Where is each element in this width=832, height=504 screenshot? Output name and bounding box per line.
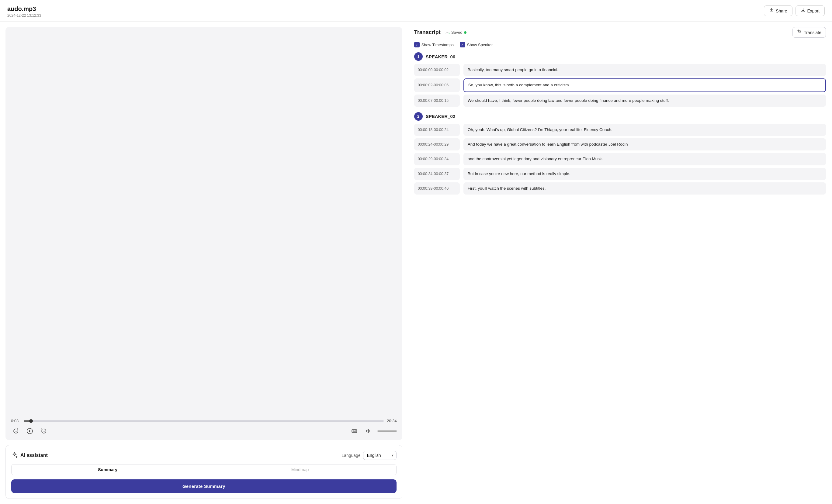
volume-slider[interactable] [378,430,397,432]
show-timestamps-option[interactable]: ✓ Show Timestamps [414,42,454,47]
audio-progress-bar[interactable] [24,420,384,422]
transcript-title: Transcript [414,29,441,35]
timestamps-checkbox[interactable]: ✓ [414,42,420,47]
timestamp-cell: 00:00:07-00:00:15 [414,95,460,107]
transcript-header: Transcript Saved Translat [414,27,826,38]
speaker-section-2: 2 SPEAKER_02 00:00:18-00:00:24 Oh, yeah.… [414,112,826,194]
speaker-name-1: SPEAKER_06 [426,54,456,59]
forward-15-button[interactable]: 15 [39,426,49,436]
speaker-checkbox[interactable]: ✓ [460,42,465,47]
tab-mindmap[interactable]: Mindmap [204,465,396,475]
generate-summary-button[interactable]: Generate Summary [11,479,396,493]
timestamp-cell: 00:00:29-00:00:34 [414,153,460,165]
timestamp-cell: 00:00:24-00:00:29 [414,138,460,151]
speaker-section-1: 1 SPEAKER_06 00:00:00-00:00:02 Basically… [414,52,826,107]
ai-title-row: AI assistant [11,452,48,459]
ai-language-row: Language English Spanish French German C… [341,451,396,460]
audio-progress-row: 0:03 20:34 [11,419,397,423]
file-title: audo.mp3 [7,5,41,12]
text-cell[interactable]: We should have, I think, fewer people do… [463,95,826,107]
export-button[interactable]: Export [796,5,825,16]
rewind-15-button[interactable]: 15 [11,426,21,436]
share-button[interactable]: Share [764,5,792,16]
table-row: 00:00:02-00:00:06 So, you know, this is … [414,78,826,92]
text-cell[interactable]: First, you'll watch the scenes with subt… [463,182,826,194]
speaker-header-2: 2 SPEAKER_02 [414,112,826,121]
transcript-title-row: Transcript Saved [414,29,466,35]
ai-tabs: Summary Mindmap [11,464,396,475]
text-cell[interactable]: And today we have a great conversation t… [463,138,826,151]
ai-title-text: AI assistant [20,453,48,458]
svg-text:15: 15 [43,430,45,432]
speaker-header-1: 1 SPEAKER_06 [414,52,826,61]
file-date: 2024-12-22 13:12:33 [7,14,41,18]
show-speaker-label: Show Speaker [467,43,493,47]
table-row: 00:00:38-00:00:40 First, you'll watch th… [414,182,826,194]
text-cell-focused[interactable]: So, you know, this is both a complement … [463,78,826,92]
audio-current-time: 0:03 [11,419,21,423]
speaker-badge-2: 2 [414,112,423,121]
saved-label: Saved [451,30,463,35]
ai-language-wrapper: English Spanish French German Chinese [363,451,396,460]
table-row: 00:00:29-00:00:34 and the controversial … [414,153,826,165]
table-row: 00:00:24-00:00:29 And today we have a gr… [414,138,826,151]
main-layout: 0:03 20:34 15 [0,22,832,504]
file-info: audo.mp3 2024-12-22 13:12:33 [7,5,41,18]
play-button[interactable] [25,426,35,436]
translate-label: Translate [804,30,821,35]
subtitles-button[interactable] [349,426,359,436]
translate-button[interactable]: Translate [792,27,826,38]
saved-dot [464,31,466,34]
tab-summary[interactable]: Summary [11,465,204,475]
svg-rect-3 [352,429,357,432]
svg-point-7 [448,32,449,33]
text-cell[interactable]: But in case you're new here, our method … [463,168,826,180]
right-panel: Transcript Saved Translat [408,22,832,504]
export-icon [801,8,806,14]
app-header: audo.mp3 2024-12-22 13:12:33 Share Expor… [0,0,832,22]
export-label: Export [807,8,820,14]
audio-progress-thumb [29,419,33,423]
table-row: 00:00:07-00:00:15 We should have, I thin… [414,95,826,107]
table-row: 00:00:00-00:00:02 Basically, too many sm… [414,64,826,76]
saved-badge: Saved [445,30,466,35]
timestamp-cell: 00:00:34-00:00:37 [414,168,460,180]
audio-waveform [5,27,402,415]
ai-sparkle-icon [11,452,18,459]
speaker-name-2: SPEAKER_02 [426,114,456,119]
show-speaker-option[interactable]: ✓ Show Speaker [460,42,493,47]
table-row: 00:00:18-00:00:24 Oh, yeah. What's up, G… [414,124,826,136]
svg-text:15: 15 [15,430,17,432]
text-cell[interactable]: and the controversial yet legendary and … [463,153,826,165]
share-label: Share [776,8,787,14]
show-options: ✓ Show Timestamps ✓ Show Speaker [414,42,826,47]
text-cell[interactable]: Oh, yeah. What's up, Global Citizens? I'… [463,124,826,136]
audio-btn-row: 15 1 [11,426,397,436]
audio-total-time: 20:34 [387,419,397,423]
ai-language-select[interactable]: English Spanish French German Chinese [363,451,396,460]
show-timestamps-label: Show Timestamps [421,43,454,47]
header-actions: Share Export [764,5,825,16]
audio-player-card: 0:03 20:34 15 [5,27,402,440]
table-row: 00:00:34-00:00:37 But in case you're new… [414,168,826,180]
timestamp-cell: 00:00:18-00:00:24 [414,124,460,136]
audio-right-controls [349,426,397,436]
text-cell[interactable]: Basically, too many smart people go into… [463,64,826,76]
audio-controls: 0:03 20:34 15 [5,415,402,440]
share-icon [769,8,774,14]
ai-header: AI assistant Language English Spanish Fr… [11,451,396,460]
ai-assistant-card: AI assistant Language English Spanish Fr… [5,445,402,499]
timestamp-cell: 00:00:02-00:00:06 [414,78,460,92]
left-panel: 0:03 20:34 15 [0,22,408,504]
volume-button[interactable] [363,426,373,436]
ai-language-label: Language [341,453,360,458]
timestamp-cell: 00:00:00-00:00:02 [414,64,460,76]
translate-icon [797,29,802,35]
audio-playback-buttons: 15 1 [11,426,49,436]
timestamp-cell: 00:00:38-00:00:40 [414,182,460,194]
speaker-badge-1: 1 [414,52,423,61]
